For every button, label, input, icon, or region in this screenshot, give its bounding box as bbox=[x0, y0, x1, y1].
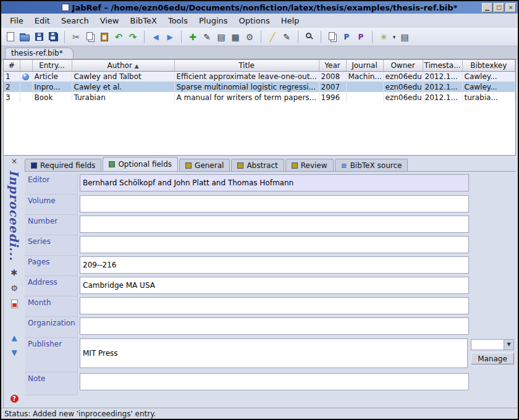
push-winedt-icon[interactable]: P bbox=[354, 30, 368, 44]
menu-search[interactable]: Search bbox=[56, 15, 94, 26]
editor-field-input[interactable] bbox=[80, 174, 469, 191]
col-header-entrytype[interactable]: Entry... bbox=[32, 60, 72, 71]
field-label-address: Address bbox=[25, 276, 78, 296]
copy-citation-icon[interactable] bbox=[326, 30, 339, 44]
edit-strings-icon[interactable]: ▦ bbox=[229, 30, 242, 44]
field-label-volume: Volume bbox=[25, 195, 78, 215]
col-header-author[interactable]: Author ▲ bbox=[72, 60, 174, 71]
pages-field-input[interactable] bbox=[80, 256, 469, 274]
back-icon[interactable]: ◀ bbox=[149, 30, 162, 44]
cleanup-icon[interactable]: ✎ bbox=[280, 30, 293, 44]
table-row-selected[interactable]: 2 Inpro... Cawley et al. Sparse multinom… bbox=[4, 82, 515, 92]
app-icon bbox=[62, 4, 69, 11]
chevron-down-icon[interactable]: ▼ bbox=[504, 340, 513, 350]
cell-title: A manual for writers of term papers... bbox=[174, 92, 319, 103]
field-row-number: Number bbox=[25, 215, 516, 235]
tab-optional-fields[interactable]: Optional fields bbox=[103, 157, 178, 171]
series-field-input[interactable] bbox=[80, 236, 469, 253]
publisher-field-input[interactable] bbox=[80, 338, 468, 368]
maximize-button[interactable]: □ bbox=[494, 3, 504, 12]
number-field-input[interactable] bbox=[80, 216, 469, 233]
address-field-input[interactable] bbox=[80, 277, 469, 294]
forward-icon[interactable]: ▶ bbox=[163, 30, 177, 44]
menu-view[interactable]: View bbox=[95, 15, 124, 26]
mark-entries-icon[interactable]: ╱ bbox=[266, 30, 279, 44]
search-icon[interactable] bbox=[303, 30, 316, 44]
menu-tools[interactable]: Tools bbox=[163, 15, 193, 26]
col-header-journal[interactable]: Journal bbox=[346, 60, 383, 71]
edit-preamble-icon[interactable]: ▤ bbox=[214, 30, 228, 44]
tab-bibtex-source[interactable]: ≡ BibTeX source bbox=[335, 159, 408, 171]
undo-icon[interactable]: ↶ bbox=[112, 30, 125, 44]
close-button[interactable]: × bbox=[505, 3, 516, 12]
menu-file[interactable]: File bbox=[5, 15, 28, 26]
gear-icon[interactable]: ⚙ bbox=[11, 284, 18, 292]
keys-dropdown-icon[interactable]: ▾ bbox=[391, 30, 397, 44]
col-header-timestamp[interactable]: Timesta... bbox=[423, 60, 462, 71]
new-entry-icon[interactable]: ✚ bbox=[186, 30, 200, 44]
cell-bibtexkey: Cawley... bbox=[462, 82, 515, 92]
table-row[interactable]: 1 Article Cawley and Talbot Efficient ap… bbox=[4, 71, 515, 82]
new-database-icon[interactable] bbox=[4, 30, 17, 44]
col-header-icon[interactable] bbox=[20, 60, 32, 71]
col-header-title[interactable]: Title bbox=[174, 60, 319, 71]
generate-keys-icon[interactable]: ✳ bbox=[377, 30, 390, 44]
edit-entry-icon[interactable]: ✎ bbox=[200, 30, 214, 44]
copy-icon[interactable] bbox=[83, 30, 97, 44]
titlebar[interactable]: JabRef – /home/ezn06edu/Documents/nonfic… bbox=[1, 1, 518, 14]
paste-icon[interactable] bbox=[98, 30, 111, 44]
push-lyx-icon[interactable]: P bbox=[340, 30, 353, 44]
window-controls: ▁ □ × bbox=[482, 3, 516, 12]
volume-field-input[interactable] bbox=[80, 195, 469, 212]
cell-author: Cawley and Talbot bbox=[72, 71, 174, 82]
minimize-button[interactable]: ▁ bbox=[482, 3, 492, 12]
cell-year: 1996 bbox=[319, 92, 346, 103]
publisher-dropdown[interactable]: ▼ bbox=[471, 339, 514, 350]
menu-edit[interactable]: Edit bbox=[30, 15, 55, 26]
tab-abstract[interactable]: Abstract bbox=[231, 159, 284, 171]
wrench-icon[interactable]: ⚙ bbox=[243, 30, 256, 44]
field-value-wrap bbox=[78, 276, 516, 296]
tab-review[interactable]: Review bbox=[285, 159, 334, 171]
open-database-icon[interactable] bbox=[18, 30, 32, 44]
pages-glyph bbox=[86, 32, 93, 40]
menu-help[interactable]: Help bbox=[276, 15, 305, 26]
open-file-icon[interactable]: ▤ bbox=[398, 30, 411, 44]
col-header-owner[interactable]: Owner bbox=[383, 60, 423, 71]
month-field-input[interactable] bbox=[80, 297, 469, 314]
save-database-icon[interactable] bbox=[32, 30, 46, 44]
col-header-bibtexkey[interactable]: Bibtexkey bbox=[462, 60, 515, 71]
tab-general[interactable]: General bbox=[179, 159, 230, 171]
redo-icon[interactable]: ↷ bbox=[126, 30, 140, 44]
field-value-wrap bbox=[78, 317, 516, 338]
col-header-number[interactable]: # bbox=[4, 60, 20, 71]
next-entry-icon[interactable]: ▼ bbox=[11, 349, 17, 356]
col-header-year[interactable]: Year bbox=[319, 60, 346, 71]
status-text: Status: Added new 'inproceedings' entry. bbox=[4, 410, 156, 418]
bibtex-source-icon: ≡ bbox=[341, 161, 347, 170]
note-field-input[interactable] bbox=[80, 373, 469, 390]
url-icon[interactable] bbox=[22, 74, 29, 80]
menu-bibtex[interactable]: BibTeX bbox=[125, 15, 161, 26]
cell-timestamp: 2012.1... bbox=[423, 82, 462, 92]
save-all-icon[interactable] bbox=[46, 30, 60, 44]
menu-plugins[interactable]: Plugins bbox=[194, 15, 233, 26]
cut-icon[interactable]: ✂ bbox=[69, 30, 83, 44]
menu-options[interactable]: Options bbox=[234, 15, 275, 26]
cell-entrytype: Inpro... bbox=[32, 82, 72, 92]
generate-key-icon[interactable]: ✱ bbox=[11, 269, 18, 277]
organization-field-input[interactable] bbox=[80, 317, 469, 335]
tab-required-fields[interactable]: Required fields bbox=[25, 159, 101, 171]
pdf-icon[interactable] bbox=[11, 300, 18, 308]
previous-entry-icon[interactable]: ▲ bbox=[11, 334, 17, 342]
col-header-author-label: Author bbox=[107, 61, 132, 70]
field-row-editor: Editor bbox=[25, 174, 516, 195]
help-icon[interactable]: ? bbox=[11, 395, 19, 403]
manage-button[interactable]: Manage bbox=[471, 353, 514, 364]
tab-label: Required fields bbox=[40, 161, 95, 170]
toolbar-separator bbox=[61, 31, 65, 43]
cell-author: Turabian bbox=[72, 92, 174, 103]
table-row[interactable]: 3 Book Turabian A manual for writers of … bbox=[4, 92, 515, 103]
file-tab[interactable]: thesis-ref.bib* bbox=[5, 48, 74, 59]
close-entry-editor-icon[interactable]: × bbox=[11, 158, 17, 165]
